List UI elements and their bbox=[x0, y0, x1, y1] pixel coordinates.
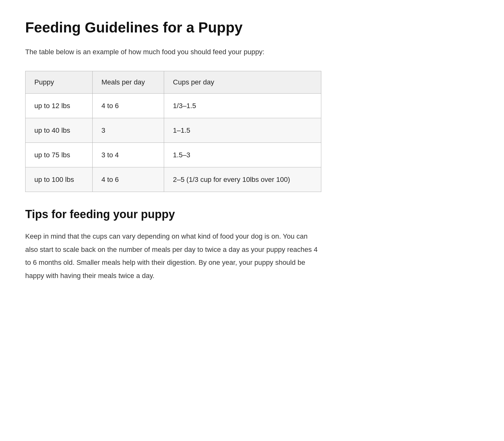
table-cell-r0-c0: up to 12 lbs bbox=[26, 93, 93, 118]
table-cell-r1-c0: up to 40 lbs bbox=[26, 118, 93, 142]
table-cell-r3-c2: 2–5 (1/3 cup for every 10lbs over 100) bbox=[164, 167, 321, 192]
table-cell-r2-c1: 3 to 4 bbox=[92, 142, 164, 167]
col-header-puppy: Puppy bbox=[26, 71, 93, 93]
table-cell-r1-c1: 3 bbox=[92, 118, 164, 142]
table-cell-r1-c2: 1–1.5 bbox=[164, 118, 321, 142]
table-row: up to 100 lbs4 to 62–5 (1/3 cup for ever… bbox=[26, 167, 321, 192]
table-cell-r2-c2: 1.5–3 bbox=[164, 142, 321, 167]
table-row: up to 40 lbs31–1.5 bbox=[26, 118, 321, 142]
col-header-meals: Meals per day bbox=[92, 71, 164, 93]
table-body: up to 12 lbs4 to 61/3–1.5up to 40 lbs31–… bbox=[26, 93, 321, 192]
feeding-guidelines-table: Puppy Meals per day Cups per day up to 1… bbox=[25, 71, 321, 192]
table-cell-r3-c1: 4 to 6 bbox=[92, 167, 164, 192]
table-row: up to 75 lbs3 to 41.5–3 bbox=[26, 142, 321, 167]
table-header: Puppy Meals per day Cups per day bbox=[26, 71, 321, 93]
tips-body-text: Keep in mind that the cups can vary depe… bbox=[25, 230, 321, 282]
table-cell-r0-c1: 4 to 6 bbox=[92, 93, 164, 118]
table-header-row: Puppy Meals per day Cups per day bbox=[26, 71, 321, 93]
table-cell-r3-c0: up to 100 lbs bbox=[26, 167, 93, 192]
table-cell-r0-c2: 1/3–1.5 bbox=[164, 93, 321, 118]
tips-section-title: Tips for feeding your puppy bbox=[25, 208, 321, 221]
page-title: Feeding Guidelines for a Puppy bbox=[25, 19, 321, 36]
table-row: up to 12 lbs4 to 61/3–1.5 bbox=[26, 93, 321, 118]
intro-paragraph: The table below is an example of how muc… bbox=[25, 46, 321, 58]
col-header-cups: Cups per day bbox=[164, 71, 321, 93]
table-cell-r2-c0: up to 75 lbs bbox=[26, 142, 93, 167]
